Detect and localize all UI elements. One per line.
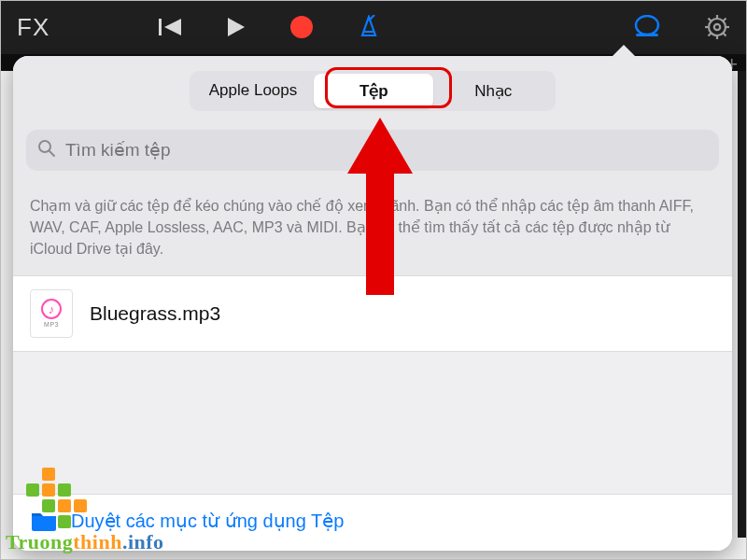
- settings-gear-button[interactable]: [704, 14, 730, 40]
- svg-line-16: [724, 19, 726, 21]
- file-name-label: Bluegrass.mp3: [90, 302, 220, 325]
- browse-files-label: Duyệt các mục từ ứng dụng Tệp: [71, 510, 344, 532]
- svg-line-14: [709, 19, 712, 21]
- metronome-button[interactable]: [357, 15, 381, 39]
- fx-button[interactable]: FX: [17, 13, 84, 42]
- transport-controls: [159, 15, 381, 39]
- svg-point-18: [39, 141, 50, 152]
- search-icon: [37, 139, 56, 161]
- tab-music[interactable]: Nhạc: [433, 74, 553, 108]
- svg-point-3: [290, 16, 313, 38]
- file-item[interactable]: ♪ MP3 Bluegrass.mp3: [13, 275, 732, 352]
- svg-point-8: [709, 19, 726, 35]
- search-input[interactable]: [65, 140, 708, 161]
- tab-bar: Apple Loops Tệp Nhạc: [13, 56, 732, 124]
- svg-line-17: [709, 34, 712, 36]
- toolbar-right: [633, 14, 730, 40]
- browse-files-row[interactable]: Duyệt các mục từ ứng dụng Tệp: [13, 494, 732, 551]
- svg-point-9: [714, 24, 720, 30]
- tab-apple-loops[interactable]: Apple Loops: [192, 74, 315, 108]
- record-button[interactable]: [289, 15, 314, 39]
- svg-line-19: [49, 151, 54, 156]
- popover-arrow-icon: [613, 45, 635, 56]
- svg-rect-0: [159, 19, 162, 35]
- transport-toolbar: FX: [0, 0, 747, 54]
- svg-marker-2: [228, 18, 245, 36]
- audio-file-icon: ♪ MP3: [30, 289, 73, 338]
- folder-icon: [30, 510, 58, 532]
- file-browser-popover: Apple Loops Tệp Nhạc Chạm và giữ các tệp…: [13, 54, 732, 551]
- svg-rect-7: [636, 34, 658, 36]
- svg-marker-1: [164, 19, 181, 35]
- loop-browser-button[interactable]: [633, 15, 661, 39]
- track-area[interactable]: [738, 71, 747, 538]
- help-text: Chạm và giữ các tệp để kéo chúng vào chế…: [13, 184, 732, 275]
- search-field[interactable]: [26, 130, 719, 171]
- rewind-button[interactable]: [159, 17, 183, 37]
- svg-line-15: [724, 34, 726, 36]
- tab-files[interactable]: Tệp: [314, 74, 433, 108]
- search-container: [13, 124, 732, 184]
- play-button[interactable]: [226, 16, 247, 38]
- empty-space: [13, 352, 732, 494]
- svg-point-6: [636, 16, 658, 35]
